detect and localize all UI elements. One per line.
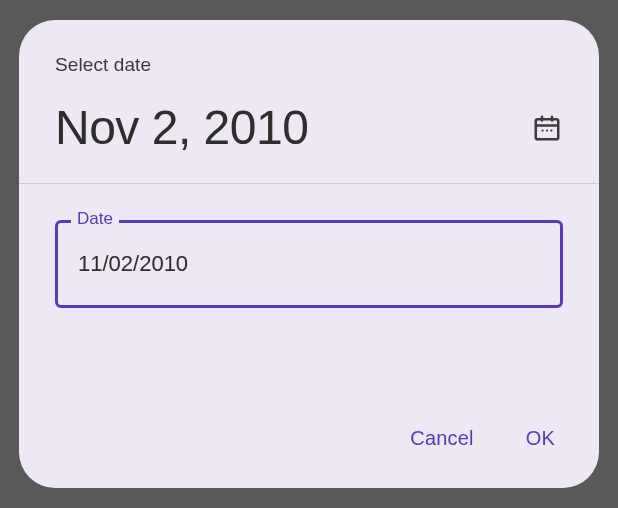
calendar-icon (532, 113, 562, 143)
input-area: Date (19, 184, 599, 308)
dialog-header: Select date (19, 20, 599, 100)
selected-date-display: Nov 2, 2010 (55, 100, 308, 155)
svg-point-6 (550, 129, 552, 131)
cancel-button[interactable]: Cancel (406, 419, 477, 458)
calendar-toggle-button[interactable] (531, 112, 563, 144)
selected-date-row: Nov 2, 2010 (19, 100, 599, 183)
svg-point-4 (542, 129, 544, 131)
dialog-actions: Cancel OK (19, 419, 599, 488)
date-text-field: Date (55, 220, 563, 308)
svg-rect-0 (536, 119, 559, 139)
spacer (19, 308, 599, 419)
svg-point-5 (546, 129, 548, 131)
date-picker-dialog: Select date Nov 2, 2010 Date Cancel OK (19, 20, 599, 488)
date-input-label: Date (71, 209, 119, 229)
date-input[interactable] (55, 220, 563, 308)
ok-button[interactable]: OK (522, 419, 559, 458)
dialog-title: Select date (55, 54, 563, 76)
